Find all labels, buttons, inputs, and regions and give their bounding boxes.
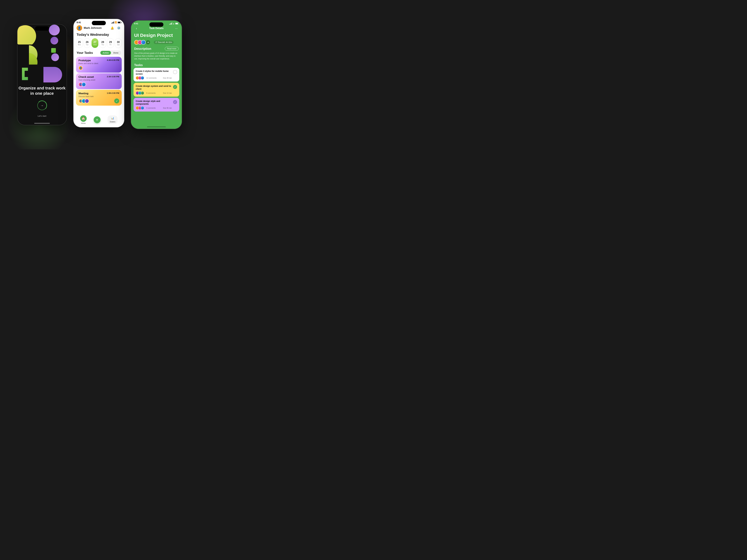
home-label: Home [81, 122, 85, 124]
splash-artwork [18, 24, 67, 85]
task-card-prototype-time: 4:40-6:00 PM [107, 59, 119, 61]
task-card-asset-time: 2:30-3:00 PM [107, 76, 119, 78]
task-card-asset[interactable]: Check asset Start checking asset 2:30-3:… [76, 73, 122, 89]
task-3-checkbox[interactable]: ✓ [173, 100, 177, 104]
cal-name-26: Tue [86, 44, 88, 46]
dynamic-island-3 [149, 22, 163, 27]
settings-icon[interactable]: ⚙️ [117, 26, 121, 30]
detail-task-2-meta: 8 comments Due 14 Jan [136, 91, 172, 95]
status-time-3: 9:41 [134, 22, 138, 25]
detail-task-2[interactable]: Create design system and send to client … [133, 83, 179, 97]
detail-task-1-due: Due 28 Jan [163, 77, 172, 79]
user-name: Mark Johnson [84, 26, 102, 30]
detail-task-1-meta: 12 comments Due 28 Jan [136, 76, 172, 80]
art-cell-4 [42, 45, 67, 64]
dynamic-island-2 [92, 21, 106, 25]
nav-home[interactable]: 🏠 Home [80, 115, 87, 124]
task-card-prototype[interactable]: Prototype Make and send to client 4:40-6… [76, 57, 122, 73]
detail-task-3-content: Create design style and components 4 com… [136, 100, 172, 110]
art-cell-3 [18, 45, 42, 64]
cal-day-27[interactable]: 27 Wed [92, 38, 98, 48]
arrow-icon: → [41, 104, 44, 107]
d-avatar-1c [141, 76, 144, 80]
status-time-2: 9:41 [77, 21, 81, 24]
detail-task-3-title: Create design style and components [136, 100, 172, 105]
detail-task-1-content: Create 3 styles for mobile home screen 1… [136, 70, 172, 80]
read-more-button[interactable]: Read more [165, 47, 179, 51]
detail-avatars-3 [136, 106, 143, 110]
cal-day-26[interactable]: 26 Tue [84, 38, 91, 48]
avatar-p1: 👤 [78, 66, 83, 70]
states-icon: 📊 [111, 117, 114, 119]
tab-active[interactable]: Active [100, 51, 111, 55]
detail-avatars-1 [136, 76, 143, 80]
task-tabs: Active Done [100, 50, 121, 55]
add-button[interactable]: + [94, 116, 101, 123]
detail-task-1[interactable]: Create 3 styles for mobile home screen 1… [133, 68, 179, 81]
dynamic-island-1 [35, 26, 49, 31]
task-2-checkbox[interactable]: ✓ [173, 85, 177, 89]
signal-bars-2 [111, 22, 114, 24]
wifi-icon-3: ▲ [173, 23, 175, 25]
task-card-meeting-subtitle: Discuss team task [78, 95, 119, 98]
header-icons: 🔔 ⚙️ [110, 26, 121, 30]
wifi-icon: 📶 [115, 21, 117, 24]
detail-task-3-meta: 4 comments Due 06 Jan [136, 106, 172, 110]
avatar-m3: 👤 [85, 99, 89, 103]
purple-circles [49, 25, 60, 45]
phones-container: Organize and track work in one place → L… [17, 20, 182, 129]
lets-start-button[interactable]: → [37, 101, 47, 110]
notification-icon[interactable]: 🔔 [110, 26, 114, 30]
status-icons-2: 📶 [111, 21, 121, 24]
nav-states[interactable]: 📊 States [107, 115, 118, 124]
date-heading: Today's Wednesday [74, 32, 124, 38]
detail-task-2-title: Create design system and send to client [136, 85, 172, 90]
detail-task-list: Create 3 styles for mobile home screen 1… [131, 68, 182, 129]
purple-circle-small [50, 37, 58, 45]
status-icons-3: ▲ [169, 23, 179, 25]
description-label: Description [134, 47, 151, 51]
art-cell-6 [42, 64, 67, 85]
cal-name-30: Sat [117, 44, 119, 46]
splash-screen: Organize and track work in one place → L… [18, 24, 67, 125]
task-card-meeting[interactable]: Meeting Discuss team task 1:00-2:00 PM 👤… [76, 90, 122, 106]
phone3-shell: 9:41 ▲ ‹ Task Details [131, 20, 182, 129]
description-header: Description Read more [134, 47, 179, 51]
signal-bars-3 [169, 23, 172, 25]
splash-text-area: Organize and track work in one place → L… [18, 85, 67, 117]
task-card-asset-avatars: 👤 👤 [78, 82, 119, 87]
detail-screen: 9:41 ▲ ‹ Task Details [131, 21, 182, 129]
description-section: Description Read more One of the primary… [131, 47, 182, 62]
battery-icon-3 [175, 23, 179, 24]
detail-task-2-comments: 8 comments [146, 92, 156, 94]
bar4 [113, 22, 114, 24]
phone2-shell: 9:41 📶 � [73, 19, 125, 128]
d-avatar-2c [141, 91, 144, 95]
user-avatar: 👤 [77, 25, 82, 31]
task-card-meeting-time: 1:00-2:00 PM [107, 92, 119, 94]
team-avatars [134, 40, 145, 45]
cal-name-27: Wed [93, 44, 97, 46]
more-button[interactable]: ··· [174, 26, 179, 31]
cal-day-29[interactable]: 29 Fri [107, 38, 114, 48]
description-text: One of the primary goals of UI design is… [134, 52, 179, 60]
cal-num-29: 29 [109, 41, 112, 44]
home-icon: 🏠 [80, 115, 87, 122]
purple-circle-big [49, 25, 60, 35]
tasks-section-header: Your Tasks Active Done [74, 50, 124, 57]
tab-done[interactable]: Done [111, 51, 121, 55]
detail-task-3[interactable]: Create design style and components 4 com… [133, 98, 179, 111]
bar3-3 [171, 23, 171, 25]
task-card-meeting-avatars: 👤 👤 👤 [78, 99, 119, 103]
cal-day-28[interactable]: 28 Thu [99, 38, 106, 48]
task-1-checkbox[interactable] [173, 70, 177, 74]
cal-day-25[interactable]: 25 Mon [76, 38, 83, 48]
states-label: States [110, 121, 115, 123]
splash-subtitle: Let's start [38, 115, 46, 117]
back-button[interactable]: ‹ [134, 26, 139, 31]
cal-day-30[interactable]: 30 Sat [115, 38, 122, 48]
detail-nav-title: Task Details [149, 27, 163, 30]
cal-name-25: Mon [78, 44, 81, 46]
art-cell-5 [18, 64, 42, 85]
detail-task-1-title: Create 3 styles for mobile home screen [136, 70, 172, 75]
